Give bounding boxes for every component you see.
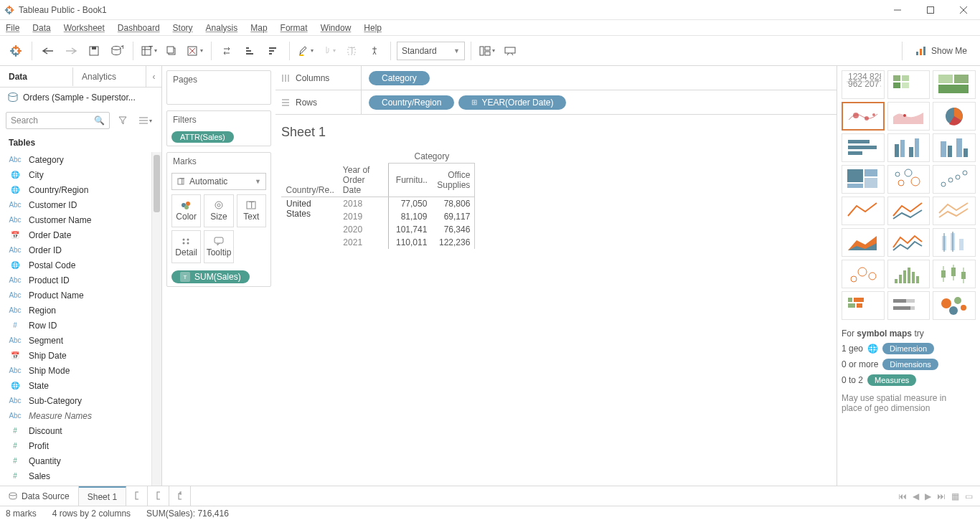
showme-chart-type-20[interactable] (933, 260, 976, 288)
marks-color-button[interactable]: Color (171, 194, 201, 227)
menu-analysis[interactable]: Analysis (206, 23, 238, 33)
marks-text-pill[interactable]: TSUM(Sales) (171, 270, 250, 283)
menu-format[interactable]: Format (281, 23, 308, 33)
search-input[interactable]: Search 🔍 (6, 112, 110, 129)
menu-map[interactable]: Map (250, 23, 267, 33)
field-measure-names[interactable]: AbcMeasure Names (0, 408, 151, 423)
tab-filmstrip-button[interactable]: ▭ (965, 491, 973, 501)
showme-chart-type-21[interactable] (842, 291, 885, 320)
showme-chart-type-13[interactable] (887, 197, 930, 225)
menu-window[interactable]: Window (321, 23, 352, 33)
field-sales[interactable]: #Sales (0, 468, 151, 483)
new-datasource-button[interactable]: + (107, 41, 127, 61)
prev-tab-button[interactable]: ◀ (913, 491, 919, 501)
new-story-tab[interactable] (169, 486, 191, 506)
save-button[interactable] (84, 41, 104, 61)
clear-button[interactable] (185, 41, 205, 61)
duplicate-button[interactable] (162, 41, 182, 61)
show-me-button[interactable]: Show Me (908, 41, 974, 61)
field-product-id[interactable]: AbcProduct ID (0, 273, 151, 288)
highlight-button[interactable] (296, 41, 316, 61)
sort-desc-button[interactable] (263, 41, 283, 61)
datasource-tab[interactable]: Data Source (0, 486, 79, 506)
view-fields-button[interactable] (136, 110, 156, 131)
showme-chart-type-6[interactable] (842, 133, 885, 162)
menu-data[interactable]: Data (32, 23, 50, 33)
showme-chart-type-22[interactable] (887, 291, 930, 320)
attach-button[interactable] (319, 41, 339, 61)
undo-button[interactable] (38, 41, 58, 61)
field-order-id[interactable]: AbcOrder ID (0, 242, 151, 257)
showme-chart-type-7[interactable] (887, 133, 930, 162)
fit-selector[interactable]: Standard▼ (397, 42, 465, 60)
data-tab[interactable]: Data (0, 67, 72, 86)
showme-chart-type-14[interactable] (933, 197, 976, 225)
rows-pill-country[interactable]: Country/Region (369, 95, 454, 110)
showme-chart-type-4[interactable] (887, 102, 930, 131)
showme-chart-type-17[interactable] (933, 228, 976, 257)
field-ship-date[interactable]: 📅Ship Date (0, 348, 151, 363)
new-worksheet-button[interactable]: + (139, 41, 159, 61)
field-sub-category[interactable]: AbcSub-Category (0, 393, 151, 408)
field-category[interactable]: AbcCategory (0, 152, 151, 167)
showme-chart-type-12[interactable] (842, 197, 885, 225)
filters-shelf[interactable]: Filters ATTR(Sales) (166, 110, 271, 146)
rows-shelf[interactable]: Rows Country/Region ⊞YEAR(Order Date) (275, 90, 837, 115)
showme-chart-type-23[interactable] (933, 291, 976, 320)
showme-chart-type-19[interactable] (887, 260, 930, 288)
collapse-sidebar-button[interactable]: ‹ (146, 66, 161, 87)
columns-shelf[interactable]: Columns Category (275, 66, 837, 90)
showme-chart-type-5[interactable] (933, 102, 976, 131)
sheet-tab[interactable]: Sheet 1 (79, 486, 126, 506)
next-tab-button[interactable]: ▶ (925, 491, 931, 501)
window-close-button[interactable] (947, 0, 980, 20)
window-maximize-button[interactable] (914, 0, 947, 20)
last-tab-button[interactable]: ⏭ (937, 491, 946, 501)
menu-story[interactable]: Story (173, 23, 193, 33)
showme-chart-type-3[interactable] (842, 102, 885, 131)
presentation-button[interactable] (500, 41, 520, 61)
labels-button[interactable]: T (341, 41, 362, 61)
field-segment[interactable]: AbcSegment (0, 333, 151, 348)
sort-asc-button[interactable] (240, 41, 260, 61)
field-row-id[interactable]: #Row ID (0, 318, 151, 333)
menu-worksheet[interactable]: Worksheet (64, 23, 105, 33)
menu-file[interactable]: File (6, 23, 19, 33)
pin-button[interactable] (364, 41, 385, 61)
showme-chart-type-2[interactable] (933, 70, 976, 99)
pages-shelf[interactable]: Pages (166, 70, 271, 105)
sheet-title[interactable]: Sheet 1 (281, 125, 831, 140)
showme-chart-type-0[interactable]: 1234 828962 2077 (842, 70, 885, 99)
marks-size-button[interactable]: Size (204, 194, 233, 227)
columns-pill-category[interactable]: Category (369, 71, 430, 85)
analytics-tab[interactable]: Analytics (72, 67, 146, 86)
redo-button[interactable] (61, 41, 81, 61)
marks-text-button[interactable]: TText (237, 194, 266, 227)
showme-chart-type-15[interactable] (842, 228, 885, 257)
showme-chart-type-10[interactable] (887, 165, 930, 194)
field-product-name[interactable]: AbcProduct Name (0, 288, 151, 303)
field-customer-name[interactable]: AbcCustomer Name (0, 212, 151, 227)
cards-button[interactable] (477, 41, 497, 61)
field-region[interactable]: AbcRegion (0, 303, 151, 318)
new-dashboard-tab[interactable] (148, 486, 169, 506)
filter-fields-button[interactable] (113, 110, 133, 131)
field-city[interactable]: 🌐City (0, 167, 151, 182)
datasource-row[interactable]: Orders (Sample - Superstor... (0, 88, 161, 108)
field-profit[interactable]: #Profit (0, 438, 151, 453)
showme-chart-type-16[interactable] (887, 228, 930, 257)
swap-button[interactable] (217, 41, 237, 61)
field-country-region[interactable]: 🌐Country/Region (0, 182, 151, 197)
tableau-logo-button[interactable] (6, 41, 26, 61)
tab-grid-button[interactable]: ▦ (951, 491, 959, 501)
filter-pill[interactable]: ATTR(Sales) (171, 131, 234, 143)
showme-chart-type-8[interactable] (933, 133, 976, 162)
field-list-scrollbar[interactable] (151, 152, 161, 486)
mark-type-selector[interactable]: TAutomatic ▼ (171, 173, 266, 190)
field-order-date[interactable]: 📅Order Date (0, 227, 151, 242)
field-discount[interactable]: #Discount (0, 423, 151, 438)
showme-chart-type-9[interactable] (842, 165, 885, 194)
showme-chart-type-1[interactable] (887, 70, 930, 99)
first-tab-button[interactable]: ⏮ (898, 491, 907, 501)
showme-chart-type-18[interactable] (842, 260, 885, 288)
